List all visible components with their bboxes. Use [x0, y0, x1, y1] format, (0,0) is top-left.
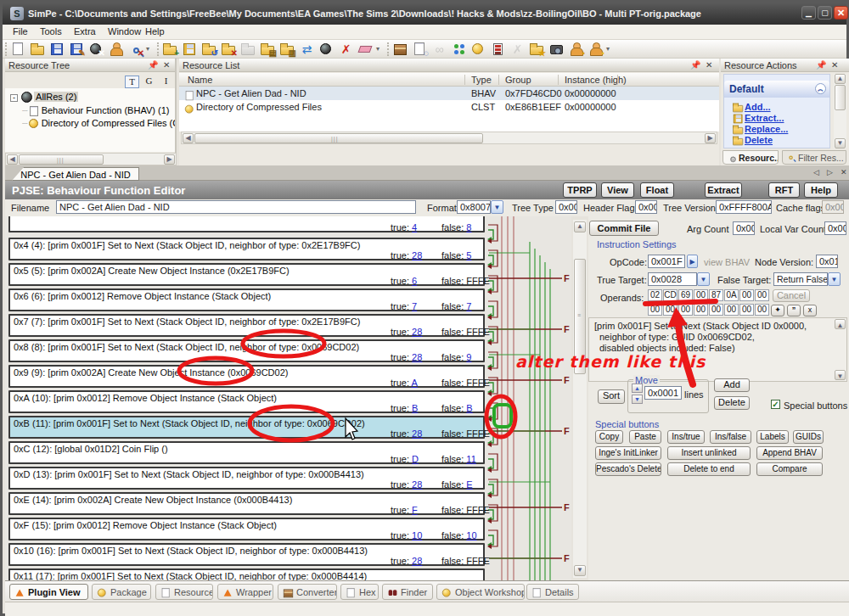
close-package-button[interactable]: ✕	[87, 41, 105, 58]
false-target-link[interactable]: 8	[466, 222, 471, 232]
tprp-button[interactable]: TPRP	[563, 182, 597, 198]
operand-cell[interactable]: 00	[755, 289, 769, 301]
web-update-button[interactable]: ✕	[127, 41, 144, 58]
sort-button[interactable]: Sort	[598, 389, 625, 404]
special-insert-unlinked-button[interactable]: Insert unlinked	[667, 446, 751, 460]
false-target-link[interactable]: FFFE	[466, 556, 490, 566]
instruction-row[interactable]: 0x10 (16): [prim 0x001F] Set to Next (St…	[8, 543, 485, 566]
instruction-row[interactable]: 0x5 (5): [prim 0x002A] Create New Object…	[8, 263, 485, 286]
tree-type-input[interactable]: 0x00	[555, 200, 577, 214]
toolbar-overflow-icon[interactable]: ▾	[606, 45, 610, 53]
column-header-group[interactable]: Group	[505, 75, 531, 85]
delete-button[interactable]: Delete	[714, 396, 750, 410]
operand-cell[interactable]: 00	[739, 304, 754, 316]
true-target-link[interactable]: 7	[412, 301, 417, 311]
true-target-select[interactable]: 0x0028	[648, 272, 697, 286]
people-lock-button[interactable]: ▪	[567, 41, 585, 58]
menu-extra[interactable]: Extra	[74, 26, 96, 36]
special-pescado-s-delete-button[interactable]: Pescado's Delete	[595, 462, 661, 476]
dark-bell-button[interactable]	[318, 41, 335, 58]
scrollbar-thumb[interactable]	[835, 85, 846, 110]
header-flag-input[interactable]: 0x00	[635, 200, 657, 214]
footer-tab-details[interactable]: Details	[526, 584, 579, 600]
instruction-row[interactable]: 0x6 (6): [prim 0x0012] Remove Object Ins…	[8, 288, 485, 311]
operand-cell[interactable]: 00	[663, 304, 678, 316]
person-lock-button[interactable]: ▪	[587, 41, 604, 58]
help-button[interactable]: Help	[804, 182, 838, 198]
panel-tab-filter[interactable]: Filter Res...	[782, 150, 846, 165]
false-target-link[interactable]: 5	[466, 250, 471, 260]
footer-tab-finder[interactable]: Finder	[382, 584, 433, 600]
archive-box-button[interactable]	[391, 41, 409, 58]
special-paste-button[interactable]: Paste	[629, 430, 661, 444]
false-target-dropdown-icon[interactable]: ▼	[828, 272, 841, 286]
false-target-link[interactable]: FFFE	[466, 505, 490, 515]
format-select[interactable]: 0x8007	[457, 200, 491, 214]
instruction-row[interactable]: 0x4 (4): [prim 0x001F] Set to Next (Stac…	[8, 238, 485, 260]
save-as-button[interactable]: ✎	[68, 41, 86, 58]
tree-expander-icon[interactable]: -	[10, 94, 18, 102]
operand-cell[interactable]: 00	[724, 304, 739, 316]
eraser-button[interactable]	[357, 41, 374, 58]
footer-tab-hex[interactable]: Hex	[340, 584, 379, 600]
menu-tools[interactable]: Tools	[40, 26, 62, 36]
node-version-input[interactable]: 0x01	[816, 255, 838, 268]
instruction-row[interactable]: true: 4false: 8	[8, 216, 485, 232]
action-extract-link[interactable]: Extract...	[729, 113, 784, 123]
smiley-back-button[interactable]	[469, 41, 487, 58]
close-icon[interactable]: ✕	[831, 60, 838, 70]
instruction-row[interactable]: 0xB (11): [prim 0x001F] Set to Next (Sta…	[8, 416, 485, 439]
scroll-up-button[interactable]: ▲	[835, 74, 846, 84]
move-lines-input[interactable]: 0x0001	[644, 386, 682, 400]
special-inge-s-initlinker-button[interactable]: Inge's InitLinker	[595, 446, 661, 460]
scrollbar-thumb[interactable]: |||	[19, 154, 104, 165]
camera-button[interactable]	[548, 41, 565, 58]
menu-help[interactable]: Help	[145, 26, 165, 36]
toolbar-overflow-icon[interactable]: ▾	[146, 45, 149, 53]
toolbar-overflow-icon[interactable]: ▾	[376, 45, 380, 53]
scroll-right-button[interactable]: ▶	[705, 133, 716, 143]
scroll-left-button[interactable]: ◀	[7, 154, 18, 165]
link-gray-button[interactable]: ∞	[430, 41, 448, 58]
false-target-link[interactable]: FFFE	[466, 378, 490, 388]
scroll-left-button[interactable]: ◀	[183, 133, 194, 143]
collapse-chevron-icon[interactable]: ︽	[815, 83, 826, 94]
tree-root-label[interactable]: AllRes (2)	[34, 92, 78, 102]
false-target-link[interactable]: 9	[466, 352, 471, 362]
menu-window[interactable]: Window	[108, 26, 141, 36]
panel-tab-resource[interactable]: ⚙Resourc...	[722, 150, 779, 165]
actions-group-header[interactable]: Default	[729, 83, 764, 95]
scroll-up-button[interactable]: ▲	[835, 319, 846, 329]
instruction-row[interactable]: 0x9 (9): [prim 0x002A] Create New Object…	[8, 365, 485, 388]
tree-filter-g-button[interactable]: G	[142, 76, 156, 88]
tools-gray-button[interactable]: ✗	[509, 41, 526, 58]
footer-tab-wrapper[interactable]: Wrapper	[217, 584, 273, 600]
true-target-link[interactable]: 28	[412, 428, 422, 439]
tree-version-input[interactable]: 0xFFFF800A	[716, 200, 772, 214]
nav-back-icon[interactable]: ◁	[813, 168, 819, 176]
wrench-button[interactable]: ✦	[771, 305, 784, 316]
true-target-link[interactable]: 28	[412, 352, 422, 362]
special-ins-false-button[interactable]: Ins/false	[710, 430, 751, 444]
compressed-doc-2-button[interactable]: ▥	[278, 41, 296, 58]
tab-close-icon[interactable]: ✕	[841, 168, 847, 176]
refresh-button[interactable]: ⇄	[298, 41, 316, 58]
replace-resource-button[interactable]: ↺	[200, 41, 218, 58]
scroll-down-button[interactable]: ▼	[574, 565, 586, 576]
instruction-row[interactable]: 0x8 (8): [prim 0x001F] Set to Next (Stac…	[8, 339, 485, 362]
special-guids-button[interactable]: GUIDs	[793, 430, 824, 444]
doc-magnifier-button[interactable]: ◌	[411, 41, 429, 58]
operand-cell[interactable]: 00	[709, 304, 723, 316]
rft-button[interactable]: RFT	[768, 182, 800, 198]
local-var-count-input[interactable]: 0x00	[824, 221, 846, 235]
true-target-link[interactable]: 4	[412, 222, 417, 232]
document-tab[interactable]: NPC - Get Alien Dad - NID	[12, 167, 139, 181]
float-button[interactable]: Float	[640, 182, 674, 198]
scrollbar-thumb[interactable]: |||	[194, 133, 483, 143]
false-target-link[interactable]: FFFE	[466, 276, 490, 286]
close-icon[interactable]: ✕	[163, 60, 170, 70]
true-target-link[interactable]: 28	[412, 479, 422, 490]
open-package-button[interactable]	[29, 41, 47, 58]
save-package-button[interactable]	[48, 41, 66, 58]
footer-tab-converter[interactable]: Converter	[278, 584, 337, 600]
